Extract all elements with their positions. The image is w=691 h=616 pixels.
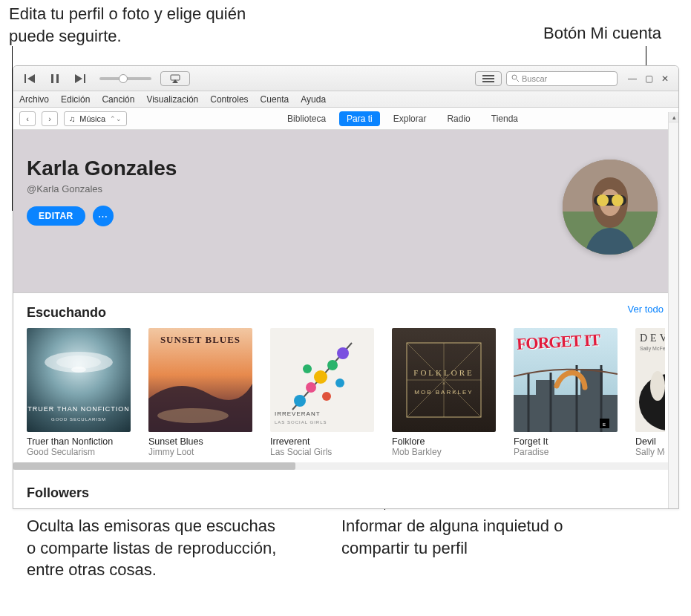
callout-top-left: Edita tu perfil o foto y elige quién pue…	[9, 3, 276, 47]
svg-rect-2	[171, 75, 180, 80]
cover-text: MOB BARKLEY	[392, 389, 496, 396]
svg-line-7	[517, 79, 519, 82]
svg-point-21	[314, 370, 327, 384]
svg-rect-5	[482, 81, 494, 82]
album-card[interactable]: IRREVERANT LAS SOCIAL GIRLS Irreverent L…	[270, 328, 374, 457]
menu-item[interactable]: Archivo	[19, 94, 49, 105]
album-title: Irreverent	[270, 436, 374, 447]
svg-point-13	[612, 194, 623, 206]
nav-forward-button[interactable]: ›	[42, 111, 58, 126]
menu-item[interactable]: Visualización	[146, 94, 198, 105]
cover-text: IRREVERANT	[275, 410, 321, 417]
svg-point-17	[157, 408, 229, 423]
album-title: Forget It	[514, 436, 618, 447]
svg-point-6	[512, 75, 517, 79]
nav-back-button[interactable]: ‹	[19, 111, 36, 126]
nav-tabs: Biblioteca Para ti Explorar Radio Tienda	[133, 111, 672, 126]
callout-bottom-left: Oculta las emisoras que escuchas o compa…	[27, 515, 279, 581]
svg-text:E: E	[603, 422, 606, 427]
tab-store[interactable]: Tienda	[484, 111, 525, 126]
horizontal-scrollbar[interactable]	[13, 462, 678, 470]
album-artist: Good Secularism	[27, 447, 131, 457]
tab-for-you[interactable]: Para ti	[339, 111, 380, 126]
svg-rect-0	[51, 74, 53, 83]
album-card[interactable]: SUNSET BLUES Sunset Blues Jimmy Loot	[148, 328, 252, 457]
menu-item[interactable]: Edición	[61, 94, 90, 105]
album-title: Truer than Nonfiction	[27, 436, 131, 447]
svg-point-22	[327, 360, 338, 370]
svg-rect-1	[56, 74, 59, 83]
prev-track-button[interactable]	[19, 71, 40, 87]
profile-handle: @Karla Gonzales	[27, 183, 102, 194]
music-note-icon: ♫	[69, 114, 75, 123]
svg-point-24	[322, 392, 331, 401]
next-track-button[interactable]	[70, 71, 91, 87]
app-window: Buscar — ▢ ✕ Archivo Edición Canción Vis…	[13, 65, 679, 509]
album-artist: Las Social Girls	[270, 447, 374, 457]
edit-profile-button[interactable]: Editar	[27, 206, 85, 226]
cover-text: LAS SOCIAL GIRLS	[275, 420, 327, 425]
play-pause-button[interactable]	[45, 71, 65, 87]
more-options-button[interactable]: ⋯	[93, 206, 114, 226]
navbar: ‹ › ♫ Música ⌃⌄ Biblioteca Para ti Explo…	[13, 108, 678, 130]
svg-point-20	[306, 382, 316, 393]
ellipsis-icon: ⋯	[98, 211, 108, 222]
tab-library[interactable]: Biblioteca	[280, 111, 333, 126]
menu-item[interactable]: Cuenta	[261, 94, 289, 105]
minimize-button[interactable]: —	[625, 73, 640, 84]
album-title: Folklore	[392, 436, 496, 447]
album-card[interactable]: FOLKLORE × MOB BARKLEY Folklore Mob Bark…	[392, 328, 496, 457]
scrollbar-up-arrow[interactable]: ▴	[669, 112, 679, 122]
chevron-updown-icon: ⌃⌄	[110, 115, 122, 122]
cover-text: GOOD SECULARISM	[27, 417, 131, 422]
menu-item[interactable]: Canción	[102, 94, 134, 105]
profile-hero: Karla Gonzales @Karla Gonzales Editar ⋯	[13, 130, 678, 293]
cover-text: TRUER THAN NONFICTION	[27, 405, 131, 413]
callout-bottom-right: Informar de alguna inquietud o compartir…	[341, 515, 594, 559]
album-artist: Mob Barkley	[392, 447, 496, 457]
svg-point-19	[294, 395, 306, 407]
album-artist: Paradise	[514, 447, 618, 457]
profile-name: Karla Gonzales	[27, 157, 177, 180]
up-next-button[interactable]	[475, 71, 502, 86]
my-account-avatar[interactable]	[563, 160, 658, 255]
search-icon	[511, 74, 519, 83]
svg-point-35	[650, 371, 665, 401]
section-followers-title: Followers	[27, 485, 89, 501]
library-selector-label: Música	[79, 114, 105, 123]
close-button[interactable]: ✕	[658, 73, 672, 84]
scrollbar-thumb[interactable]	[13, 462, 295, 470]
album-card[interactable]: E FORGET IT Forget It Paradise	[514, 328, 618, 457]
svg-point-25	[335, 379, 344, 387]
album-card[interactable]: TRUER THAN NONFICTION GOOD SECULARISM Tr…	[27, 328, 131, 457]
album-title: Sunset Blues	[148, 436, 252, 447]
section-listening-title: Escuchando	[27, 305, 665, 321]
svg-point-12	[597, 194, 609, 206]
content-area: Escuchando Ver todo TRUER THAN NONFICTIO…	[13, 293, 678, 508]
volume-slider[interactable]	[99, 77, 151, 80]
titlebar: Buscar — ▢ ✕	[13, 66, 678, 91]
album-artist: Sally McFenson	[635, 447, 665, 457]
svg-rect-4	[482, 78, 494, 79]
search-field[interactable]: Buscar	[506, 71, 618, 86]
airplay-button[interactable]	[160, 71, 190, 86]
menu-item[interactable]: Ayuda	[301, 94, 326, 105]
album-title: Devil	[635, 436, 665, 447]
window-vertical-scrollbar[interactable]: ▴	[668, 112, 679, 508]
tab-radio[interactable]: Radio	[439, 111, 477, 126]
cover-text: FOLKLORE	[392, 368, 496, 377]
menubar: Archivo Edición Canción Visualización Co…	[13, 91, 678, 108]
album-artist: Jimmy Loot	[148, 447, 252, 457]
album-row[interactable]: TRUER THAN NONFICTION GOOD SECULARISM Tr…	[27, 328, 665, 457]
maximize-button[interactable]: ▢	[641, 73, 656, 84]
tab-explore[interactable]: Explorar	[386, 111, 434, 126]
library-selector[interactable]: ♫ Música ⌃⌄	[64, 111, 127, 126]
svg-point-23	[337, 347, 349, 359]
svg-rect-3	[482, 75, 494, 76]
menu-item[interactable]: Controles	[210, 94, 248, 105]
see-all-link[interactable]: Ver todo	[628, 304, 664, 315]
album-card[interactable]: DEVIL Sally McFenson Devil Sally McFenso…	[635, 328, 665, 457]
svg-point-16	[71, 367, 86, 373]
callout-top-right: Botón Mi cuenta	[543, 22, 661, 45]
search-placeholder: Buscar	[522, 74, 547, 83]
